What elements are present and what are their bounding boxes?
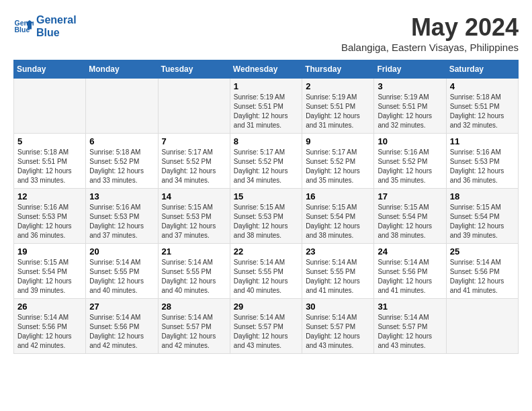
day-number: 3	[378, 81, 442, 91]
day-number: 10	[378, 136, 442, 146]
day-info: Sunrise: 5:18 AMSunset: 5:51 PMDaylight:…	[17, 148, 82, 185]
day-info: Sunrise: 5:14 AMSunset: 5:55 PMDaylight:…	[234, 258, 298, 295]
day-info: Sunrise: 5:17 AMSunset: 5:52 PMDaylight:…	[306, 148, 370, 185]
calendar-cell: 25Sunrise: 5:14 AMSunset: 5:56 PMDayligh…	[446, 244, 518, 299]
calendar-cell: 3Sunrise: 5:19 AMSunset: 5:51 PMDaylight…	[374, 79, 446, 134]
svg-text:Blue: Blue	[15, 26, 30, 34]
calendar-cell: 20Sunrise: 5:14 AMSunset: 5:55 PMDayligh…	[86, 244, 158, 299]
calendar-cell	[14, 79, 86, 134]
day-number: 7	[162, 136, 226, 146]
day-info: Sunrise: 5:14 AMSunset: 5:56 PMDaylight:…	[378, 258, 442, 295]
calendar-header-row: SundayMondayTuesdayWednesdayThursdayFrid…	[14, 60, 519, 79]
day-number: 12	[17, 191, 82, 201]
day-number: 21	[162, 246, 226, 257]
day-info: Sunrise: 5:19 AMSunset: 5:51 PMDaylight:…	[306, 93, 370, 130]
calendar-cell: 29Sunrise: 5:14 AMSunset: 5:57 PMDayligh…	[230, 299, 302, 354]
calendar-cell: 12Sunrise: 5:16 AMSunset: 5:53 PMDayligh…	[14, 189, 86, 244]
day-number: 28	[162, 302, 226, 312]
day-info: Sunrise: 5:18 AMSunset: 5:51 PMDaylight:…	[450, 93, 515, 130]
day-info: Sunrise: 5:15 AMSunset: 5:54 PMDaylight:…	[17, 258, 82, 295]
day-number: 26	[17, 302, 82, 312]
month-title: May 2024	[341, 13, 519, 42]
calendar-cell: 24Sunrise: 5:14 AMSunset: 5:56 PMDayligh…	[374, 244, 446, 299]
day-info: Sunrise: 5:17 AMSunset: 5:52 PMDaylight:…	[162, 148, 226, 185]
calendar-cell: 22Sunrise: 5:14 AMSunset: 5:55 PMDayligh…	[230, 244, 302, 299]
page-header: General Blue General Blue May 2024 Balan…	[13, 13, 519, 53]
day-number: 5	[17, 136, 82, 146]
day-info: Sunrise: 5:16 AMSunset: 5:52 PMDaylight:…	[378, 148, 442, 185]
calendar-cell: 31Sunrise: 5:14 AMSunset: 5:57 PMDayligh…	[374, 299, 446, 354]
day-info: Sunrise: 5:14 AMSunset: 5:56 PMDaylight:…	[17, 313, 82, 351]
day-number: 18	[450, 191, 515, 201]
day-info: Sunrise: 5:16 AMSunset: 5:53 PMDaylight:…	[17, 203, 82, 240]
day-number: 15	[234, 191, 298, 201]
calendar-cell	[446, 299, 518, 354]
calendar-cell: 10Sunrise: 5:16 AMSunset: 5:52 PMDayligh…	[374, 134, 446, 189]
day-info: Sunrise: 5:14 AMSunset: 5:56 PMDaylight:…	[450, 258, 515, 295]
day-info: Sunrise: 5:19 AMSunset: 5:51 PMDaylight:…	[234, 93, 298, 130]
calendar-cell: 14Sunrise: 5:15 AMSunset: 5:53 PMDayligh…	[158, 189, 230, 244]
calendar-table: SundayMondayTuesdayWednesdayThursdayFrid…	[13, 60, 519, 354]
day-info: Sunrise: 5:14 AMSunset: 5:55 PMDaylight:…	[162, 258, 226, 295]
logo-text-blue: Blue	[36, 26, 77, 39]
calendar-week-4: 19Sunrise: 5:15 AMSunset: 5:54 PMDayligh…	[14, 244, 519, 299]
column-header-sunday: Sunday	[14, 60, 86, 79]
calendar-cell: 18Sunrise: 5:15 AMSunset: 5:54 PMDayligh…	[446, 189, 518, 244]
column-header-tuesday: Tuesday	[158, 60, 230, 79]
calendar-week-2: 5Sunrise: 5:18 AMSunset: 5:51 PMDaylight…	[14, 134, 519, 189]
calendar-cell: 5Sunrise: 5:18 AMSunset: 5:51 PMDaylight…	[14, 134, 86, 189]
day-info: Sunrise: 5:16 AMSunset: 5:53 PMDaylight:…	[89, 203, 154, 240]
title-area: May 2024 Balangiga, Eastern Visayas, Phi…	[341, 13, 519, 53]
calendar-cell: 9Sunrise: 5:17 AMSunset: 5:52 PMDaylight…	[302, 134, 374, 189]
calendar-cell: 23Sunrise: 5:14 AMSunset: 5:55 PMDayligh…	[302, 244, 374, 299]
day-info: Sunrise: 5:19 AMSunset: 5:51 PMDaylight:…	[378, 93, 442, 130]
day-number: 16	[306, 191, 370, 201]
day-info: Sunrise: 5:15 AMSunset: 5:53 PMDaylight:…	[162, 203, 226, 240]
calendar-cell	[86, 79, 158, 134]
logo-text-general: General	[36, 13, 77, 26]
day-info: Sunrise: 5:14 AMSunset: 5:55 PMDaylight:…	[89, 258, 154, 295]
calendar-cell: 7Sunrise: 5:17 AMSunset: 5:52 PMDaylight…	[158, 134, 230, 189]
calendar-week-5: 26Sunrise: 5:14 AMSunset: 5:56 PMDayligh…	[14, 299, 519, 354]
calendar-week-1: 1Sunrise: 5:19 AMSunset: 5:51 PMDaylight…	[14, 79, 519, 134]
calendar-cell: 28Sunrise: 5:14 AMSunset: 5:57 PMDayligh…	[158, 299, 230, 354]
calendar-cell: 2Sunrise: 5:19 AMSunset: 5:51 PMDaylight…	[302, 79, 374, 134]
calendar-cell: 8Sunrise: 5:17 AMSunset: 5:52 PMDaylight…	[230, 134, 302, 189]
day-number: 22	[234, 246, 298, 257]
calendar-cell: 1Sunrise: 5:19 AMSunset: 5:51 PMDaylight…	[230, 79, 302, 134]
calendar-cell: 17Sunrise: 5:15 AMSunset: 5:54 PMDayligh…	[374, 189, 446, 244]
column-header-thursday: Thursday	[302, 60, 374, 79]
calendar-cell: 26Sunrise: 5:14 AMSunset: 5:56 PMDayligh…	[14, 299, 86, 354]
column-header-monday: Monday	[86, 60, 158, 79]
day-number: 19	[17, 246, 82, 257]
calendar-cell: 30Sunrise: 5:14 AMSunset: 5:57 PMDayligh…	[302, 299, 374, 354]
day-number: 11	[450, 136, 515, 146]
calendar-cell: 19Sunrise: 5:15 AMSunset: 5:54 PMDayligh…	[14, 244, 86, 299]
logo: General Blue General Blue	[13, 13, 77, 39]
calendar-cell	[158, 79, 230, 134]
day-info: Sunrise: 5:18 AMSunset: 5:52 PMDaylight:…	[89, 148, 154, 185]
day-number: 14	[162, 191, 226, 201]
calendar-cell: 15Sunrise: 5:15 AMSunset: 5:53 PMDayligh…	[230, 189, 302, 244]
day-info: Sunrise: 5:14 AMSunset: 5:57 PMDaylight:…	[234, 313, 298, 351]
day-info: Sunrise: 5:14 AMSunset: 5:55 PMDaylight:…	[306, 258, 370, 295]
day-number: 29	[234, 302, 298, 312]
day-number: 31	[378, 302, 442, 312]
day-info: Sunrise: 5:15 AMSunset: 5:53 PMDaylight:…	[234, 203, 298, 240]
calendar-cell: 21Sunrise: 5:14 AMSunset: 5:55 PMDayligh…	[158, 244, 230, 299]
calendar-cell: 13Sunrise: 5:16 AMSunset: 5:53 PMDayligh…	[86, 189, 158, 244]
calendar-cell: 6Sunrise: 5:18 AMSunset: 5:52 PMDaylight…	[86, 134, 158, 189]
day-number: 1	[234, 81, 298, 91]
day-number: 30	[306, 302, 370, 312]
day-number: 27	[89, 302, 154, 312]
day-number: 6	[89, 136, 154, 146]
day-info: Sunrise: 5:17 AMSunset: 5:52 PMDaylight:…	[234, 148, 298, 185]
day-number: 13	[89, 191, 154, 201]
calendar-cell: 16Sunrise: 5:15 AMSunset: 5:54 PMDayligh…	[302, 189, 374, 244]
day-info: Sunrise: 5:14 AMSunset: 5:57 PMDaylight:…	[162, 313, 226, 351]
day-number: 17	[378, 191, 442, 201]
day-info: Sunrise: 5:15 AMSunset: 5:54 PMDaylight:…	[306, 203, 370, 240]
day-info: Sunrise: 5:16 AMSunset: 5:53 PMDaylight:…	[450, 148, 515, 185]
day-info: Sunrise: 5:14 AMSunset: 5:56 PMDaylight:…	[89, 313, 154, 351]
day-info: Sunrise: 5:15 AMSunset: 5:54 PMDaylight:…	[450, 203, 515, 240]
